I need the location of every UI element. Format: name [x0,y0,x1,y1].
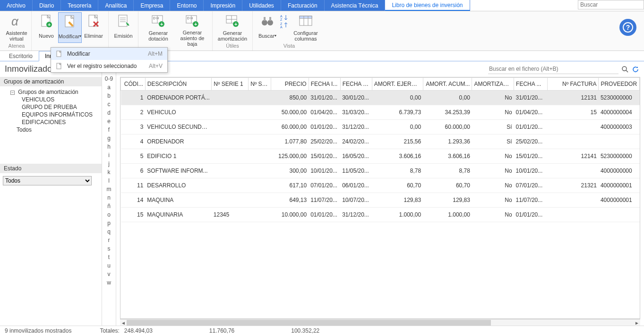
grid[interactable]: CÓDI...DESCRIPCIÓNNº SERIE 1Nº SE...PREC… [120,77,640,319]
svg-text:α: α [11,14,19,28]
alpha-j[interactable]: j [108,160,110,167]
alpha-r[interactable]: r [108,237,110,243]
refresh-icon[interactable] [632,66,639,73]
modificar-button[interactable]: Modificar ▾ [58,12,82,43]
alpha-filter: 0-9abcdefghijklmnñopqrstuvw [102,61,116,326]
global-search-input[interactable] [578,0,644,9]
col-serie1[interactable]: Nº SERIE 1 [212,78,249,91]
generar-asiento-de-baja-button[interactable]: D H+Generar asiento de baja [175,12,209,47]
menu-archivo[interactable]: Archivo [0,0,33,11]
alpha-c[interactable]: c [108,101,111,108]
nuevo-button[interactable]: +Nuevo [34,12,58,42]
horizontal-scrollbar[interactable]: ◄ ► [120,319,640,326]
alpha-e[interactable]: e [107,118,111,125]
alpha-t[interactable]: t [108,254,110,260]
table-row[interactable]: 11DESARROLLO617,1007/01/20...06/01/20...… [121,178,640,193]
sort-za-button[interactable]: ZA [280,22,288,28]
menu-impresión[interactable]: Impresión [204,0,242,11]
alpha-0-9[interactable]: 0-9 [105,75,113,82]
file-search-input[interactable] [488,64,618,74]
menu-asistencia-técnica[interactable]: Asistencia Técnica [325,0,386,11]
tree-root[interactable]: − Grupos de amortización [1,88,101,96]
alpha-u[interactable]: u [107,262,111,269]
menu-libro-de-bienes-de-inversión[interactable]: Libro de bienes de inversión [385,0,470,11]
tree-item-equipos-informáticos[interactable]: EQUIPOS INFORMÁTICOS [1,111,101,118]
table-row[interactable]: 2VEHICULO50.000,0001/04/20...31/03/20...… [121,105,640,120]
tree-item-edificaciones[interactable]: EDIFICACIONES [1,118,101,126]
groups-tree: − Grupos de amortizaciónVEHICULOSGRUPO D… [0,86,102,135]
emisión-button[interactable]: Emisión [112,12,135,42]
col-nfact[interactable]: Nº FACTURA [548,78,599,91]
configurar-columnas-button[interactable]: Configurar columnas [289,12,323,42]
table-row[interactable]: 1ORDENADOR PORTÁ...850,0031/01/20...30/0… [121,91,640,105]
sort-az-button[interactable]: AZ [280,14,288,21]
alpha-d[interactable]: d [107,109,111,116]
menu-diario[interactable]: Diario [33,0,61,11]
scroll-thumb[interactable] [127,320,491,326]
table-row[interactable]: 15MAQUINARIA1234510.000,0001/01/20...31/… [121,208,640,222]
svg-text:A: A [280,15,283,18]
col-ffin[interactable]: FECHA F... [340,78,372,91]
table-row[interactable]: 14MAQUINA649,1311/07/20...10/07/20...129… [121,193,640,208]
table-row[interactable]: 6SOFTWARE INFORM...300,0010/01/20...11/0… [121,164,640,178]
alpha-ñ[interactable]: ñ [107,203,111,209]
col-precio[interactable]: PRECIO [271,78,309,91]
alpha-v[interactable]: v [108,271,111,277]
alpha-l[interactable]: l [108,177,110,184]
eliminar-button[interactable]: Eliminar [82,12,105,42]
alpha-b[interactable]: b [107,92,111,99]
menu-analítica[interactable]: Analítica [98,0,134,11]
alpha-w[interactable]: w [107,279,111,286]
scroll-left-arrow[interactable]: ◄ [120,319,127,326]
alpha-n[interactable]: n [107,194,111,201]
doc-icon [56,63,63,69]
asistente-virtual-button[interactable]: αAsistente virtual [5,12,28,42]
tree-item-vehiculos[interactable]: VEHICULOS [1,96,101,103]
doc-lines-icon [116,14,131,29]
alpha-h[interactable]: h [107,143,111,150]
ribbon: αAsistente virtualAtenea+NuevoModificar … [0,11,644,51]
tree-item-grupo-de-prueba[interactable]: GRUPO DE PRUEBA [1,103,101,111]
grid-minus-icon: D H+ [185,14,200,29]
menu-utilidades[interactable]: Utilidades [242,0,281,11]
col-amort[interactable]: AMORTIZADO [472,78,514,91]
table-row[interactable]: 5EDIFICIO 1125.000,0015/01/20...16/05/20… [121,149,640,164]
tab-escritorio[interactable]: Escritorio [3,51,39,61]
menu-empresa[interactable]: Empresa [134,0,170,11]
col-ffact[interactable]: FECHA ... [514,78,548,91]
collapse-icon[interactable]: − [10,91,15,95]
table-row[interactable]: 3VEHICULO SECUNDA...60.000,0001/01/20...… [121,120,640,134]
alpha-i[interactable]: i [108,152,110,159]
tree-all[interactable]: Todos [1,126,101,134]
search-icon[interactable] [621,66,629,73]
help-button[interactable]: ? [619,19,636,36]
buscar-button[interactable]: Buscar ▾ [256,12,279,42]
generar-amortización-button[interactable]: +Generar amortización [215,12,249,42]
generar-dotación-button[interactable]: D H+Generar dotación [141,12,175,42]
dropdown-modificar[interactable]: ModificarAlt+M [51,48,167,60]
alpha-o[interactable]: o [107,211,111,218]
alpha-f[interactable]: f [108,126,110,133]
scroll-right-arrow[interactable]: ► [634,319,640,326]
col-prov[interactable]: PROVEEDOR [599,78,640,91]
alpha-a[interactable]: a [107,84,111,91]
menu-facturación[interactable]: Facturación [281,0,325,11]
col-fini[interactable]: FECHA I... [309,78,340,91]
col-aacum[interactable]: AMORT. ACUM... [423,78,472,91]
alpha-m[interactable]: m [107,186,112,193]
alpha-s[interactable]: s [108,245,111,252]
col-aej[interactable]: AMORT. EJERCICIO [372,78,423,91]
alpha-g[interactable]: g [107,135,111,142]
dropdown-ver-el-registro-seleccionado[interactable]: Ver el registro seleccionadoAlt+V [51,60,167,72]
state-select[interactable]: Todos [3,176,92,185]
menu-tesorería[interactable]: Tesorería [61,0,98,11]
left-pane: Inmovilizado Grupos de amortización − Gr… [0,61,102,326]
alpha-p[interactable]: p [107,220,111,226]
menu-entorno[interactable]: Entorno [170,0,204,11]
col-desc[interactable]: DESCRIPCIÓN [145,78,211,91]
alpha-q[interactable]: q [107,228,111,235]
table-row[interactable]: 4ORDENADOR1.077,8025/02/20...24/02/20...… [121,134,640,149]
col-serie2[interactable]: Nº SE... [249,78,271,91]
alpha-k[interactable]: k [108,169,111,176]
col-codigo[interactable]: CÓDI... [121,78,146,91]
